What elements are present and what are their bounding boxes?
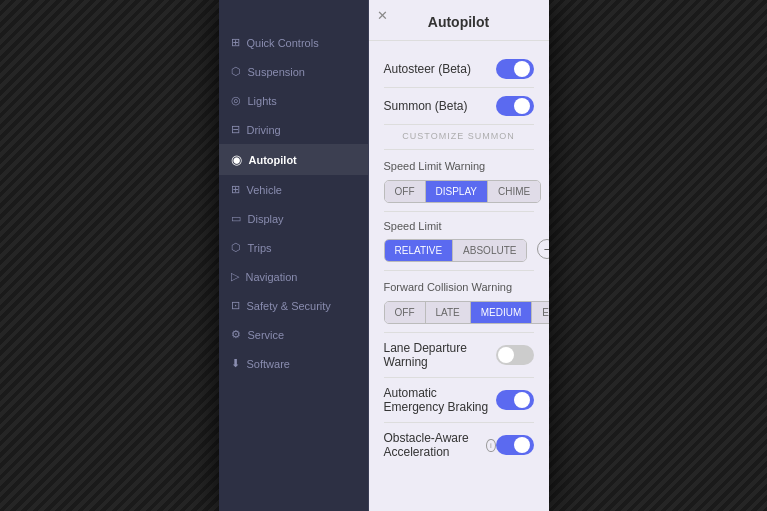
customize-summon-link[interactable]: CUSTOMIZE SUMMON [384, 125, 534, 150]
relative-btn[interactable]: RELATIVE [385, 240, 454, 261]
content-area: Autopilot Autosteer (Beta) Summon (Beta) [369, 0, 549, 511]
speed-limit-warning-section: Speed Limit Warning OFF DISPLAY CHIME [384, 150, 534, 212]
autosteer-row: Autosteer (Beta) [384, 51, 534, 88]
speed-warning-btn-group: OFF DISPLAY CHIME [384, 180, 542, 203]
sidebar-item-autopilot[interactable]: ◉ Autopilot [219, 144, 368, 175]
speed-limit-col: Speed Limit RELATIVE ABSOLUTE [384, 220, 528, 262]
close-button[interactable]: ✕ [377, 8, 388, 23]
suspension-icon: ⬡ [231, 65, 241, 78]
lane-departure-toggle[interactable] [496, 345, 534, 365]
summon-label: Summon (Beta) [384, 99, 468, 113]
autosteer-label: Autosteer (Beta) [384, 62, 471, 76]
offset-decrement-btn[interactable]: − [537, 239, 548, 259]
summon-row: Summon (Beta) [384, 88, 534, 125]
sidebar-item-service[interactable]: ⚙ Service [219, 320, 368, 349]
content-body: Autosteer (Beta) Summon (Beta) CUSTOMIZE… [369, 41, 549, 511]
fcw-title: Forward Collision Warning [384, 281, 534, 293]
fcw-btn-group: OFF LATE MEDIUM EARLY [384, 301, 549, 324]
obstacle-aware-info-icon[interactable]: i [486, 439, 495, 452]
safety-icon: ⊡ [231, 299, 240, 312]
speed-limit-btn-group: RELATIVE ABSOLUTE [384, 239, 528, 262]
sidebar-item-lights[interactable]: ◎ Lights [219, 86, 368, 115]
absolute-btn[interactable]: ABSOLUTE [453, 240, 526, 261]
obstacle-aware-toggle[interactable] [496, 435, 534, 455]
software-icon: ⬇ [231, 357, 240, 370]
speed-warning-display-btn[interactable]: DISPLAY [426, 181, 489, 202]
fcw-early-btn[interactable]: EARLY [532, 302, 548, 323]
quick-controls-icon: ⊞ [231, 36, 240, 49]
autopilot-icon: ◉ [231, 152, 242, 167]
sidebar-item-suspension[interactable]: ⬡ Suspension [219, 57, 368, 86]
speed-limit-warning-title: Speed Limit Warning [384, 160, 534, 172]
aeb-toggle[interactable] [496, 390, 534, 410]
sidebar: ⊞ Quick Controls ⬡ Suspension ◎ Lights ⊟… [219, 0, 369, 511]
sidebar-item-driving[interactable]: ⊟ Driving [219, 115, 368, 144]
service-icon: ⚙ [231, 328, 241, 341]
sidebar-item-safety[interactable]: ⊡ Safety & Security [219, 291, 368, 320]
speed-limit-section: Speed Limit RELATIVE ABSOLUTE Offset − +… [384, 212, 534, 271]
content-header: Autopilot [369, 0, 549, 41]
sidebar-item-display[interactable]: ▭ Display [219, 204, 368, 233]
fcw-late-btn[interactable]: LATE [426, 302, 471, 323]
fcw-off-btn[interactable]: OFF [385, 302, 426, 323]
display-icon: ▭ [231, 212, 241, 225]
sidebar-item-trips[interactable]: ⬡ Trips [219, 233, 368, 262]
offset-col: Offset − +0 mph + [537, 220, 548, 259]
vehicle-icon: ⊞ [231, 183, 240, 196]
summon-toggle[interactable] [496, 96, 534, 116]
speed-warning-chime-btn[interactable]: CHIME [488, 181, 540, 202]
sidebar-item-navigation[interactable]: ▷ Navigation [219, 262, 368, 291]
lights-icon: ◎ [231, 94, 241, 107]
obstacle-aware-label-group: Obstacle-Aware Acceleration i [384, 431, 496, 459]
sidebar-item-quick-controls[interactable]: ⊞ Quick Controls [219, 28, 368, 57]
lane-departure-row: Lane Departure Warning [384, 333, 534, 378]
fcw-section: Forward Collision Warning OFF LATE MEDIU… [384, 271, 534, 333]
obstacle-aware-row: Obstacle-Aware Acceleration i [384, 423, 534, 467]
lane-departure-label: Lane Departure Warning [384, 341, 496, 369]
navigation-icon: ▷ [231, 270, 239, 283]
aeb-label: Automatic Emergency Braking [384, 386, 496, 414]
aeb-row: Automatic Emergency Braking [384, 378, 534, 423]
trips-icon: ⬡ [231, 241, 241, 254]
speed-warning-off-btn[interactable]: OFF [385, 181, 426, 202]
main-screen: ✕ ⊞ Quick Controls ⬡ Suspension ◎ Lights… [219, 0, 549, 511]
driving-icon: ⊟ [231, 123, 240, 136]
autosteer-toggle[interactable] [496, 59, 534, 79]
offset-controls: − +0 mph + [537, 239, 548, 259]
speed-limit-label: Speed Limit [384, 220, 528, 232]
sidebar-item-software[interactable]: ⬇ Software [219, 349, 368, 378]
obstacle-aware-label: Obstacle-Aware Acceleration [384, 431, 483, 459]
sidebar-item-vehicle[interactable]: ⊞ Vehicle [219, 175, 368, 204]
fcw-medium-btn[interactable]: MEDIUM [471, 302, 533, 323]
